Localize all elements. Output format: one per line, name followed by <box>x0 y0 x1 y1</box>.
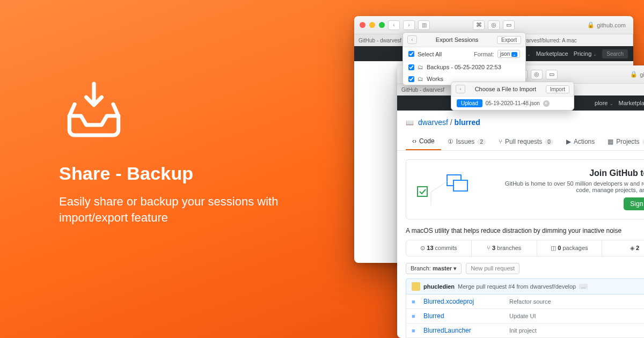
nav-pricing[interactable]: Pricing ⌄ <box>574 50 597 57</box>
session-item[interactable]: Works <box>427 76 443 82</box>
folder-icon: 🗂 <box>418 64 423 70</box>
fwd-button[interactable]: › <box>403 20 415 30</box>
address-bar[interactable]: 🔒 github.com <box>587 21 626 28</box>
upload-button[interactable]: Upload <box>457 99 482 107</box>
browser-tab[interactable]: GitHub - dwarvesf <box>397 84 456 95</box>
tab-actions[interactable]: ▶ Actions <box>560 133 601 150</box>
ext-icon-3[interactable]: ▭ <box>503 20 515 30</box>
svg-rect-0 <box>418 187 427 196</box>
avatar <box>412 282 420 291</box>
tab-pull-requests[interactable]: ⑂ Pull requests 0 <box>492 133 560 150</box>
repo-tabs: ‹› Code ① Issues 2 ⑂ Pull requests 0 ▶ A… <box>397 133 644 151</box>
format-label: Format: <box>474 51 494 57</box>
svg-rect-2 <box>453 180 467 191</box>
repo-description: A macOS utility that helps reduce distra… <box>406 227 644 234</box>
back-button[interactable]: ‹ <box>388 20 400 30</box>
file-list: ■Blurred.xcodeprojRefactor source■Blurre… <box>406 295 644 338</box>
clear-file-icon[interactable]: ✕ <box>543 100 550 107</box>
export-button[interactable]: Export <box>497 36 521 44</box>
address-bar[interactable]: 🔒 github.com <box>630 71 644 78</box>
hero-title: Share - Backup <box>59 163 290 184</box>
tab-code[interactable]: ‹› Code <box>406 133 441 150</box>
popup-back-button[interactable]: ‹ <box>456 85 465 93</box>
ext-icon-2[interactable]: ◎ <box>488 20 500 30</box>
max-dot[interactable] <box>379 22 385 28</box>
nav-marketplace[interactable]: Marketplace <box>536 50 568 57</box>
promo-title: Join GitHub toda <box>501 168 644 178</box>
ext-icon[interactable]: ⌘ <box>473 20 485 30</box>
session-item[interactable]: Backups - 05-25-2020 22:53 <box>427 64 501 70</box>
latest-commit-bar[interactable]: phucledien Merge pull request #4 from dw… <box>406 278 644 295</box>
file-row[interactable]: ■Blurred.xcodeprojRefactor source <box>406 295 644 309</box>
hero-subtitle: Easily share or backup your sessions wit… <box>59 194 290 225</box>
file-commit-msg: Refactor source <box>509 298 551 305</box>
select-all-checkbox[interactable] <box>408 51 414 57</box>
new-pr-button[interactable]: New pull request <box>466 263 519 274</box>
repo-owner-link[interactable]: dwarvesf <box>418 118 448 127</box>
file-row[interactable]: ■BlurredUpdate UI <box>406 309 644 324</box>
import-popup: ‹ Choose a File to Import Import Upload … <box>451 82 574 111</box>
file-name[interactable]: BlurredLauncher <box>423 327 509 334</box>
repo-name-link[interactable]: blurred <box>455 118 480 127</box>
signup-button[interactable]: Sign up <box>624 197 644 210</box>
svg-line-3 <box>431 181 447 192</box>
popup-title: Choose a File to Import <box>475 86 536 92</box>
folder-icon: 🗂 <box>418 76 423 82</box>
close-dot[interactable] <box>360 22 365 28</box>
file-commit-msg: Init project <box>509 327 537 334</box>
popup-title: Export Sessions <box>436 36 478 43</box>
select-all-label: Select All <box>418 51 442 57</box>
file-row[interactable]: ■BlurredLauncherInit project <box>406 324 644 338</box>
stat-branches[interactable]: ⑂ 3 branches <box>472 240 537 256</box>
popup-back-button[interactable]: ‹ <box>407 35 417 44</box>
inbox-download-icon <box>59 80 129 145</box>
nav-explore[interactable]: plore ⌄ <box>595 100 613 106</box>
search-input[interactable]: Search <box>602 49 628 58</box>
branch-select[interactable]: Branch: master ▾ <box>406 263 462 274</box>
stat-releases[interactable]: ◈ 2 <box>602 240 644 256</box>
export-popup: ‹ Export Sessions Export Select All Form… <box>402 32 526 85</box>
repo-icon: 📖 <box>406 119 414 127</box>
folder-icon: ■ <box>412 313 419 319</box>
sidebar-button[interactable]: ▥ <box>418 20 430 30</box>
tab-projects[interactable]: ▦ Projects 0 <box>601 133 644 150</box>
min-dot[interactable] <box>369 22 375 28</box>
github-promo: Join GitHub toda GitHub is home to over … <box>406 159 644 219</box>
window-chrome: ‹ › ▥ ⌘ ◎ ▭ 🔒 github.com <box>354 16 633 34</box>
import-filename: 05-19-2020-11-48.json <box>486 100 540 106</box>
stat-packages[interactable]: ◫ 0 packages <box>537 240 603 256</box>
session-checkbox[interactable] <box>408 64 414 70</box>
file-name[interactable]: Blurred.xcodeproj <box>423 298 509 305</box>
browser-window-front: ‹ › ▥ ⌘ ◎ ▭ 🔒 github.com GitHub - dwarve… <box>397 65 644 338</box>
ext-icon-2[interactable]: ◎ <box>531 70 543 79</box>
stat-commits[interactable]: ⊙ 13 commits <box>406 240 472 256</box>
file-commit-msg: Update UI <box>509 313 536 319</box>
ext-icon-3[interactable]: ▭ <box>546 70 558 79</box>
import-button[interactable]: Import <box>546 85 569 93</box>
promo-body: GitHub is home to over 50 million develo… <box>501 180 644 193</box>
repo-stats: ⊙ 13 commits ⑂ 3 branches ◫ 0 packages ◈… <box>406 240 644 256</box>
folder-icon: ■ <box>412 298 419 305</box>
format-select[interactable]: json ⌄ <box>497 50 520 58</box>
folder-icon: ■ <box>412 327 419 334</box>
nav-marketplace[interactable]: Marketplace <box>619 100 644 106</box>
session-checkbox[interactable] <box>408 76 414 82</box>
repo-breadcrumb: 📖 dwarvesf / blurred <box>397 111 644 127</box>
tab-issues[interactable]: ① Issues 2 <box>441 133 492 150</box>
file-name[interactable]: Blurred <box>423 312 509 320</box>
promo-illustration <box>415 171 490 208</box>
